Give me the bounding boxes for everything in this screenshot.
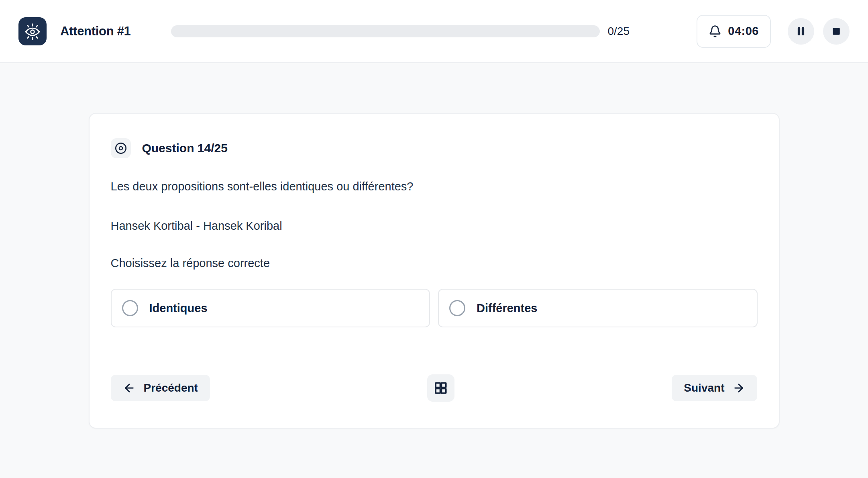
timer-display: 04:06	[697, 15, 771, 48]
option-label: Identiques	[149, 302, 208, 315]
question-icon-badge	[111, 138, 131, 158]
question-prompt: Les deux propositions sont-elles identiq…	[111, 180, 758, 193]
test-title: Attention #1	[60, 24, 131, 39]
main-content: Question 14/25 Les deux propositions son…	[0, 113, 868, 429]
stop-button[interactable]	[823, 18, 850, 45]
previous-button[interactable]: Précédent	[111, 375, 210, 401]
progress-count: 0/25	[608, 25, 630, 38]
question-overview-button[interactable]	[427, 374, 454, 402]
next-button[interactable]: Suivant	[672, 375, 757, 401]
grid-icon	[434, 381, 448, 395]
previous-button-label: Précédent	[144, 382, 198, 394]
option-identiques[interactable]: Identiques	[111, 289, 430, 327]
quiz-app: Attention #1 0/25 04:06	[0, 0, 868, 429]
question-card: Question 14/25 Les deux propositions son…	[89, 113, 780, 429]
next-button-label: Suivant	[684, 382, 724, 394]
question-counter: Question 14/25	[142, 141, 228, 155]
question-stimulus: Hansek Kortibal - Hansek Koribal	[111, 219, 758, 233]
radio-button-unselected[interactable]	[449, 300, 465, 316]
question-instruction: Choisissez la réponse correcte	[111, 256, 758, 270]
radio-button-unselected[interactable]	[122, 300, 138, 316]
eye-icon	[23, 22, 42, 41]
app-logo	[18, 17, 47, 45]
pause-icon	[795, 25, 807, 37]
arrow-left-icon	[123, 382, 136, 394]
option-differentes[interactable]: Différentes	[438, 289, 758, 327]
option-label: Différentes	[477, 302, 538, 315]
arrow-right-icon	[732, 382, 745, 394]
progress-bar	[171, 25, 600, 37]
top-bar: Attention #1 0/25 04:06	[0, 0, 868, 63]
question-header: Question 14/25	[111, 138, 758, 158]
answer-options: Identiques Différentes	[111, 289, 758, 327]
timer-value: 04:06	[728, 25, 759, 38]
stop-icon	[830, 25, 842, 37]
pause-button[interactable]	[788, 18, 814, 45]
disc-icon	[114, 142, 127, 155]
question-nav: Précédent Suivant	[111, 374, 758, 402]
bell-icon	[709, 25, 721, 38]
